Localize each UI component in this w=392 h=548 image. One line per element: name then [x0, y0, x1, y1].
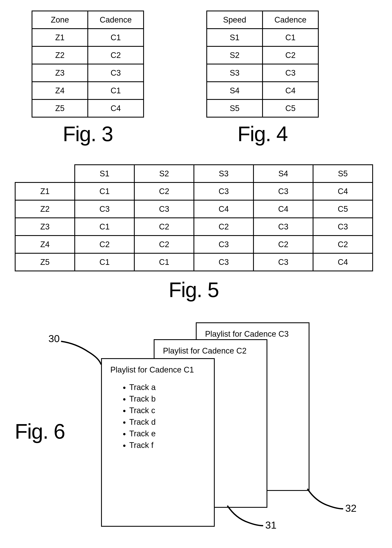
playlist-c3-title: Playlist for Cadence C3: [205, 329, 300, 339]
fig5-caption: Fig. 5: [15, 278, 373, 302]
fig5-cell: C4: [313, 182, 373, 200]
fig5-cell: C2: [75, 235, 134, 253]
fig3-header-zone: Zone: [32, 11, 88, 29]
fig5-cell: C3: [194, 235, 253, 253]
fig4-caption: Fig. 4: [206, 122, 319, 146]
leader-30: [61, 341, 103, 367]
fig5-cell: C3: [194, 182, 253, 200]
playlist-c1-tracks: Track a Track b Track c Track d Track e …: [110, 383, 205, 450]
fig5-col-header: S5: [313, 165, 373, 182]
fig3-cell: C2: [88, 46, 144, 64]
fig4-cell: S1: [207, 29, 263, 46]
playlist-c1: Playlist for Cadence C1 Track a Track b …: [101, 358, 215, 527]
fig5-cell: C2: [134, 235, 194, 253]
playlist-c2-title: Playlist for Cadence C2: [163, 346, 258, 356]
fig3-header-cadence: Cadence: [88, 11, 144, 29]
fig5-table: S1 S2 S3 S4 S5 Z1 C1 C2 C3 C3 C4 Z2 C3 C…: [15, 164, 373, 271]
fig5-cell: C3: [253, 182, 313, 200]
fig5-cell: C4: [194, 200, 253, 218]
fig5-row-header: Z1: [15, 182, 75, 200]
fig5-cell: C5: [313, 200, 373, 218]
fig4-cell: S3: [207, 64, 263, 82]
fig5-corner: [15, 165, 75, 182]
fig5-col-header: S2: [134, 165, 194, 182]
ref-31: 31: [265, 519, 276, 531]
fig5-cell: C2: [134, 218, 194, 235]
fig5-cell: C3: [75, 200, 134, 218]
fig3-caption: Fig. 3: [32, 122, 144, 146]
fig5-cell: C1: [75, 218, 134, 235]
fig4-cell: S2: [207, 46, 263, 64]
fig5-row-header: Z4: [15, 235, 75, 253]
fig5-cell: C4: [313, 253, 373, 271]
fig4-cell: C3: [263, 64, 318, 82]
track-item: Track f: [129, 441, 205, 450]
fig4-cell: C4: [263, 82, 318, 100]
fig5-cell: C1: [75, 182, 134, 200]
fig4-cell: C2: [263, 46, 318, 64]
track-item: Track a: [129, 383, 205, 392]
fig3-table: Zone Cadence Z1C1 Z2C2 Z3C3 Z4C1 Z5C4: [32, 11, 144, 118]
leader-32: [307, 489, 345, 512]
fig5-col-header: S1: [75, 165, 134, 182]
track-item: Track e: [129, 429, 205, 438]
fig5-cell: C4: [253, 200, 313, 218]
fig5-cell: C2: [253, 235, 313, 253]
fig6-caption: Fig. 6: [15, 419, 65, 443]
ref-30: 30: [49, 333, 60, 344]
fig3-cell: C1: [88, 29, 144, 46]
fig4-table: Speed Cadence S1C1 S2C2 S3C3 S4C4 S5C5: [206, 11, 319, 118]
fig6-block: Playlist for Cadence C3 Playlist for Cad…: [15, 322, 377, 533]
fig5-row-header: Z2: [15, 200, 75, 218]
fig3-cell: Z4: [32, 82, 88, 100]
track-item: Track c: [129, 406, 205, 415]
track-item: Track d: [129, 418, 205, 427]
fig4-cell: C5: [263, 100, 318, 117]
fig5-row-header: Z3: [15, 218, 75, 235]
fig3-cell: Z3: [32, 64, 88, 82]
fig5-cell: C1: [75, 253, 134, 271]
playlist-c1-title: Playlist for Cadence C1: [110, 365, 205, 374]
fig3-cell: Z5: [32, 100, 88, 117]
fig5-cell: C3: [253, 253, 313, 271]
fig3-block: Zone Cadence Z1C1 Z2C2 Z3C3 Z4C1 Z5C4 Fi…: [32, 11, 144, 146]
fig4-cell: C1: [263, 29, 318, 46]
fig5-cell: C3: [253, 218, 313, 235]
fig4-cell: S5: [207, 100, 263, 117]
fig3-cell: Z2: [32, 46, 88, 64]
fig3-cell: C1: [88, 82, 144, 100]
ref-32: 32: [345, 503, 357, 514]
fig5-row-header: Z5: [15, 253, 75, 271]
fig3-cell: C3: [88, 64, 144, 82]
fig5-block: S1 S2 S3 S4 S5 Z1 C1 C2 C3 C3 C4 Z2 C3 C…: [15, 164, 373, 302]
fig5-cell: C2: [313, 235, 373, 253]
fig5-cell: C3: [134, 200, 194, 218]
fig5-cell: C1: [134, 253, 194, 271]
fig4-header-speed: Speed: [207, 11, 263, 29]
fig3-cell: Z1: [32, 29, 88, 46]
fig4-cell: S4: [207, 82, 263, 100]
fig5-col-header: S3: [194, 165, 253, 182]
fig5-cell: C2: [194, 218, 253, 235]
fig5-col-header: S4: [253, 165, 313, 182]
fig5-cell: C3: [194, 253, 253, 271]
fig5-cell: C3: [313, 218, 373, 235]
fig4-block: Speed Cadence S1C1 S2C2 S3C3 S4C4 S5C5 F…: [206, 11, 319, 146]
track-item: Track b: [129, 394, 205, 404]
fig3-cell: C4: [88, 100, 144, 117]
leader-31: [227, 506, 265, 529]
fig5-cell: C2: [134, 182, 194, 200]
fig4-header-cadence: Cadence: [263, 11, 318, 29]
